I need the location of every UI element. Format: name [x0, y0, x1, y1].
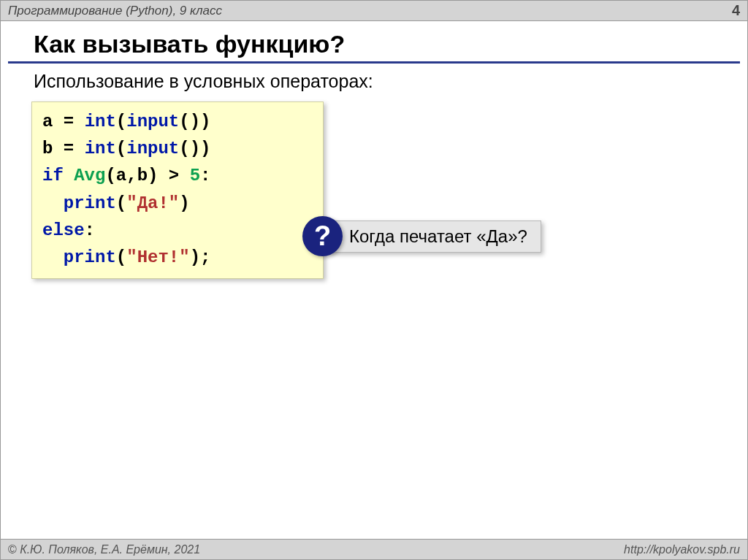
footer-bar: К.Ю. Поляков, Е.А. Ерёмин, 2021 http://k… — [1, 539, 747, 559]
slide-title: Как вызывать функцию? — [8, 21, 740, 64]
page-number: 4 — [732, 2, 740, 19]
code-line-4: print("Да!") — [42, 190, 313, 217]
footer-authors: К.Ю. Поляков, Е.А. Ерёмин, 2021 — [8, 543, 200, 556]
question-mark-icon: ? — [302, 216, 343, 256]
header-bar: Программирование (Python), 9 класс 4 — [1, 1, 747, 21]
code-line-2: b = int(input()) — [42, 135, 313, 162]
footer-url: http://kpolyakov.spb.ru — [624, 543, 740, 556]
question-callout: ? Когда печатает «Да»? — [302, 216, 541, 256]
slide-subtitle: Использование в условных операторах: — [1, 71, 747, 92]
code-line-5: else: — [42, 217, 313, 244]
code-line-1: a = int(input()) — [42, 108, 313, 135]
code-line-3: if Avg(a,b) > 5: — [42, 162, 313, 189]
code-line-6: print("Нет!"); — [42, 244, 313, 271]
code-block: a = int(input()) b = int(input()) if Avg… — [31, 101, 324, 279]
header-course-title: Программирование (Python), 9 класс — [8, 4, 222, 18]
callout-text: Когда печатает «Да»? — [327, 220, 541, 253]
